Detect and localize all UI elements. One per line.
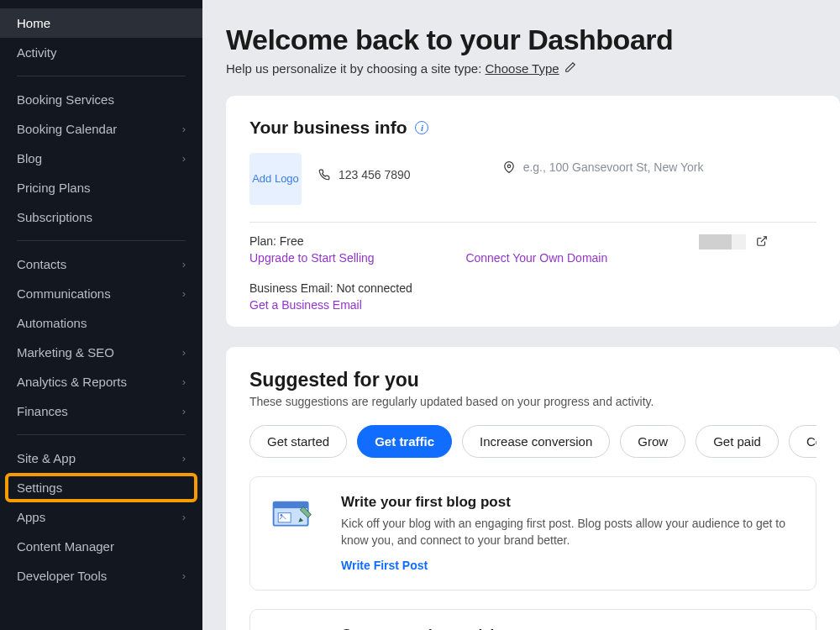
choose-type-link[interactable]: Choose Type	[486, 61, 559, 76]
sidebar-item-subscriptions[interactable]: Subscriptions	[0, 202, 202, 232]
business-info-title: Your business info	[249, 118, 407, 138]
suggestion-title: Create stunning social posts	[341, 627, 797, 630]
tab-community[interactable]: Community	[789, 425, 816, 458]
main-content: Welcome back to your Dashboard Help us p…	[202, 0, 840, 630]
sidebar-item-analytics-reports[interactable]: Analytics & Reports›	[0, 367, 202, 396]
sidebar-item-pricing-plans[interactable]: Pricing Plans	[0, 173, 202, 202]
suggested-title: Suggested for you	[249, 369, 816, 391]
chevron-right-icon: ›	[182, 287, 186, 300]
suggestion-cta-link[interactable]: Write First Post	[341, 559, 428, 572]
sidebar-item-contacts[interactable]: Contacts›	[0, 249, 202, 279]
chevron-right-icon: ›	[182, 570, 186, 582]
chevron-right-icon: ›	[182, 123, 186, 135]
suggestion-card: Create stunning social postsGet up to 2.…	[249, 609, 816, 630]
tab-get-started[interactable]: Get started	[249, 425, 347, 458]
phone-icon	[318, 169, 330, 181]
suggested-card: Suggested for you These suggestions are …	[226, 347, 840, 630]
sidebar-item-activity[interactable]: Activity	[0, 38, 202, 67]
suggested-subtitle: These suggestions are regularly updated …	[249, 395, 816, 408]
chevron-right-icon: ›	[182, 511, 186, 523]
suggestion-card: Write your first blog postKick off your …	[249, 476, 816, 591]
sidebar-item-settings[interactable]: Settings	[5, 473, 197, 502]
sidebar-item-finances[interactable]: Finances›	[0, 396, 202, 426]
suggestion-illustration-icon	[269, 497, 316, 538]
info-icon[interactable]: i	[415, 121, 428, 134]
email-info: Business Email: Not connected Get a Busi…	[249, 281, 412, 312]
pencil-icon[interactable]	[564, 61, 576, 76]
business-info-card: Your business info i Add Logo 123 456 78…	[226, 96, 840, 327]
domain-placeholder-bar	[699, 234, 746, 249]
tab-get-traffic[interactable]: Get traffic	[357, 425, 452, 458]
address-field[interactable]: e.g., 100 Gansevoort St, New York	[503, 153, 704, 181]
sidebar: HomeActivityBooking ServicesBooking Cale…	[0, 0, 202, 630]
suggestion-title: Write your first blog post	[341, 494, 797, 511]
plan-info: Plan: Free Upgrade to Start Selling	[249, 234, 375, 265]
chevron-right-icon: ›	[182, 258, 186, 270]
suggestion-desc: Kick off your blog with an engaging firs…	[341, 516, 797, 549]
page-subtitle: Help us personalize it by choosing a sit…	[226, 61, 840, 76]
add-logo-button[interactable]: Add Logo	[249, 153, 302, 205]
sidebar-item-booking-services[interactable]: Booking Services	[0, 85, 202, 114]
domain-preview	[699, 234, 816, 249]
location-icon	[503, 161, 515, 173]
page-title: Welcome back to your Dashboard	[226, 24, 840, 56]
domain-info: Connect Your Own Domain	[465, 234, 607, 265]
chevron-right-icon: ›	[182, 346, 186, 359]
chevron-right-icon: ›	[182, 452, 186, 465]
sidebar-item-automations[interactable]: Automations	[0, 308, 202, 338]
sidebar-item-site-app[interactable]: Site & App›	[0, 444, 202, 473]
get-email-link[interactable]: Get a Business Email	[249, 298, 412, 312]
chevron-right-icon: ›	[182, 405, 186, 417]
chevron-right-icon: ›	[182, 152, 186, 165]
svg-point-4	[281, 514, 283, 517]
sidebar-item-blog[interactable]: Blog›	[0, 144, 202, 173]
tab-increase-conversion[interactable]: Increase conversion	[462, 425, 610, 458]
connect-domain-link[interactable]: Connect Your Own Domain	[465, 251, 607, 265]
sidebar-item-home[interactable]: Home	[0, 8, 202, 38]
chevron-right-icon: ›	[182, 375, 186, 388]
upgrade-link[interactable]: Upgrade to Start Selling	[249, 251, 375, 265]
suggestion-tabs: Get startedGet trafficIncrease conversio…	[249, 425, 816, 458]
phone-field[interactable]: 123 456 7890	[318, 168, 411, 181]
sidebar-item-marketing-seo[interactable]: Marketing & SEO›	[0, 338, 202, 367]
svg-point-0	[507, 165, 511, 168]
tab-grow[interactable]: Grow	[620, 425, 685, 458]
sidebar-item-content-manager[interactable]: Content Manager	[0, 532, 202, 561]
tab-get-paid[interactable]: Get paid	[696, 425, 779, 458]
sidebar-item-booking-calendar[interactable]: Booking Calendar›	[0, 114, 202, 144]
sidebar-item-developer-tools[interactable]: Developer Tools›	[0, 561, 202, 591]
sidebar-item-communications[interactable]: Communications›	[0, 279, 202, 308]
sidebar-item-apps[interactable]: Apps›	[0, 502, 202, 532]
open-external-icon[interactable]	[756, 235, 768, 249]
